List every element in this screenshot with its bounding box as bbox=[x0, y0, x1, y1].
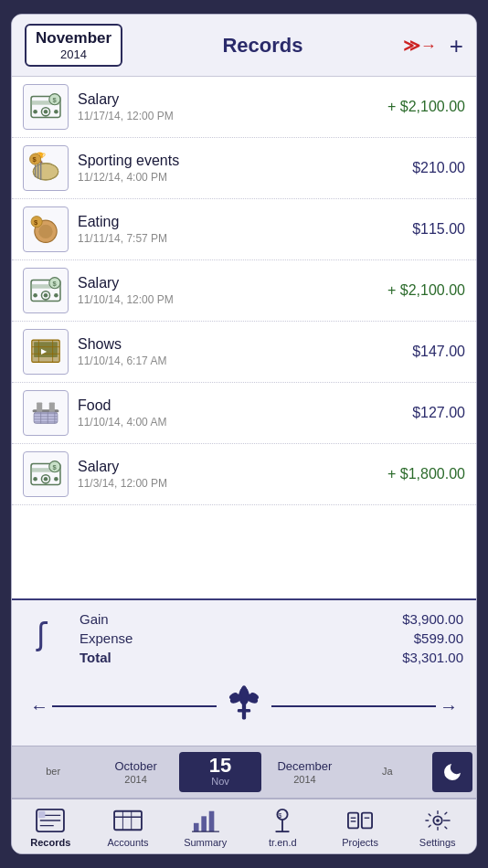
gain-row: Gain $3,900.00 bbox=[80, 609, 463, 629]
record-amount: $147.00 bbox=[412, 344, 465, 360]
record-amount: $210.00 bbox=[412, 160, 465, 176]
record-date: 11/3/14, 12:00 PM bbox=[78, 477, 378, 490]
record-date: 11/10/14, 6:17 AM bbox=[78, 355, 403, 367]
record-date: 11/17/14, 12:00 PM bbox=[78, 110, 378, 122]
table-row[interactable]: $ Eating11/11/14, 7:57 PM$115.00 bbox=[12, 199, 476, 260]
record-date: 11/10/14, 12:00 PM bbox=[78, 293, 378, 306]
svg-text:$: $ bbox=[279, 811, 283, 820]
svg-point-3 bbox=[33, 110, 37, 114]
tab-item-projects[interactable]: Projects bbox=[322, 803, 399, 852]
accounts-tab-icon bbox=[111, 807, 144, 834]
record-name: Food bbox=[78, 397, 403, 414]
food-icon bbox=[23, 390, 69, 436]
svg-point-47 bbox=[44, 477, 48, 482]
summary-tab-icon bbox=[189, 807, 222, 834]
gain-label: Gain bbox=[80, 611, 109, 627]
right-arrow-icon: → bbox=[440, 696, 458, 717]
sporting-icon: 🏆 $ bbox=[23, 145, 69, 191]
night-mode-button[interactable] bbox=[432, 752, 472, 792]
svg-point-5 bbox=[44, 110, 48, 114]
right-line bbox=[271, 705, 436, 707]
table-row[interactable]: $ Salary11/10/14, 12:00 PM+ $2,100.00 bbox=[12, 260, 476, 322]
table-row[interactable]: $ Salary11/17/14, 12:00 PM+ $2,100.00 bbox=[12, 77, 476, 138]
record-date: 11/11/14, 7:57 PM bbox=[78, 232, 403, 245]
table-row[interactable]: 🏆 $ Sporting events11/12/14, 4:00 PM$210… bbox=[12, 138, 476, 199]
svg-rect-64 bbox=[114, 811, 142, 831]
summary-section: ʃ Gain $3,900.00 Expense $599.00 Total $… bbox=[12, 598, 476, 672]
eating-icon: $ bbox=[23, 206, 69, 252]
calendar-item[interactable]: ber bbox=[12, 762, 94, 781]
record-amount: + $1,800.00 bbox=[387, 466, 465, 482]
svg-rect-63 bbox=[38, 811, 45, 818]
tab-label: Summary bbox=[184, 837, 227, 848]
month-name: November bbox=[36, 29, 111, 48]
left-arrow-icon: ← bbox=[30, 696, 48, 717]
trend-tab-icon: $ bbox=[266, 807, 299, 834]
add-record-button[interactable]: + bbox=[450, 34, 463, 58]
svg-rect-70 bbox=[208, 811, 214, 831]
month-box[interactable]: November 2014 bbox=[25, 24, 122, 67]
shows-icon: ▶ bbox=[23, 329, 69, 375]
tab-label: Accounts bbox=[107, 837, 148, 848]
calendar-strip: berOctober201415NovDecember2014Ja bbox=[12, 746, 476, 799]
forward-arrows-icon[interactable]: ≫→ bbox=[403, 36, 437, 56]
record-name: Eating bbox=[78, 214, 403, 230]
total-label: Total bbox=[80, 650, 111, 665]
expense-label: Expense bbox=[80, 630, 133, 646]
left-line bbox=[52, 705, 217, 707]
record-details: Salary11/10/14, 12:00 PM bbox=[78, 275, 378, 306]
svg-point-45 bbox=[33, 477, 37, 482]
record-details: Eating11/11/14, 7:57 PM bbox=[78, 214, 403, 245]
calendar-item[interactable]: October2014 bbox=[94, 756, 176, 789]
records-list: $ Salary11/17/14, 12:00 PM+ $2,100.00 🏆 … bbox=[12, 77, 476, 598]
calendar-year: 2014 bbox=[96, 774, 175, 785]
record-amount: + $2,100.00 bbox=[387, 282, 465, 299]
svg-rect-76 bbox=[348, 813, 358, 829]
svg-point-23 bbox=[33, 293, 37, 298]
page-title: Records bbox=[222, 34, 302, 58]
record-details: Shows11/10/14, 6:17 AM bbox=[78, 336, 403, 367]
svg-rect-77 bbox=[362, 813, 372, 829]
record-details: Salary11/3/14, 12:00 PM bbox=[78, 459, 378, 490]
tab-item-settings[interactable]: Settings bbox=[398, 803, 476, 852]
record-details: Food11/10/14, 4:00 AM bbox=[78, 397, 403, 429]
tab-item-summary[interactable]: Summary bbox=[166, 803, 244, 852]
svg-point-4 bbox=[54, 110, 58, 114]
svg-rect-37 bbox=[49, 403, 55, 413]
table-row[interactable]: ▶ Shows11/10/14, 6:17 AM$147.00 bbox=[12, 322, 476, 383]
tab-item-records[interactable]: Records bbox=[12, 803, 90, 852]
tab-bar: RecordsAccountsSummary$tr.en.dProjectsSe… bbox=[12, 799, 476, 853]
records-tab-icon bbox=[34, 807, 67, 834]
svg-text:ʃ: ʃ bbox=[36, 617, 48, 651]
svg-point-17 bbox=[38, 225, 52, 238]
tab-item-trend[interactable]: $tr.en.d bbox=[244, 803, 322, 852]
svg-point-24 bbox=[54, 293, 58, 298]
tab-label: Settings bbox=[419, 837, 456, 848]
record-name: Salary bbox=[78, 459, 378, 475]
fleur-de-lis-icon bbox=[217, 682, 271, 731]
record-name: Salary bbox=[78, 275, 378, 291]
month-year: 2014 bbox=[36, 48, 111, 61]
record-date: 11/10/14, 4:00 AM bbox=[78, 416, 403, 429]
table-row[interactable]: Food11/10/14, 4:00 AM$127.00 bbox=[12, 383, 476, 444]
calendar-month-name: December bbox=[265, 759, 344, 774]
calendar-year: 2014 bbox=[265, 774, 344, 785]
calendar-item[interactable]: 15Nov bbox=[179, 752, 261, 791]
calendar-partial: Ja bbox=[348, 766, 427, 778]
tab-label: Projects bbox=[342, 837, 378, 848]
record-date: 11/12/14, 4:00 PM bbox=[78, 171, 403, 184]
total-row: Total $3,301.00 bbox=[80, 648, 463, 667]
calendar-partial: ber bbox=[14, 766, 92, 778]
calendar-item[interactable]: December2014 bbox=[263, 756, 345, 789]
record-amount: $115.00 bbox=[412, 221, 465, 238]
header-actions: ≫→ + bbox=[403, 34, 463, 58]
table-row[interactable]: $ Salary11/3/14, 12:00 PM+ $1,800.00 bbox=[12, 444, 476, 505]
svg-rect-36 bbox=[37, 403, 42, 413]
svg-point-25 bbox=[44, 293, 48, 298]
record-amount: + $2,100.00 bbox=[387, 99, 465, 115]
tab-item-accounts[interactable]: Accounts bbox=[90, 803, 167, 852]
record-amount: $127.00 bbox=[412, 405, 465, 421]
calendar-item[interactable]: Ja bbox=[346, 762, 429, 781]
ornament-section: ← bbox=[12, 672, 476, 746]
expense-row: Expense $599.00 bbox=[80, 629, 463, 648]
